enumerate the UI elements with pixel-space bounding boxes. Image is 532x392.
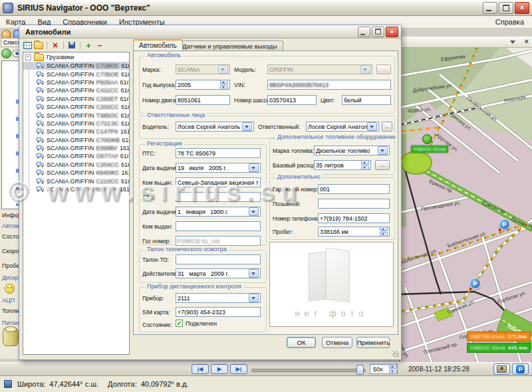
sim-input[interactable]: +7(903) 454-2323 xyxy=(176,307,261,317)
speed-spinner[interactable]: 50x xyxy=(370,364,398,374)
engine-input[interactable]: 8051061 xyxy=(176,95,230,105)
issued-by2-input[interactable] xyxy=(176,221,261,231)
responsible-combo[interactable]: Лосев Сергей Анатоль xyxy=(306,122,379,132)
garage-input[interactable]: 001 xyxy=(318,184,390,194)
no-photo-folder-icon xyxy=(326,247,350,302)
issue-date-combo[interactable]: 19 июля 2005 г. xyxy=(176,163,261,173)
vin-input[interactable]: 9BSP4X20003570413 xyxy=(267,80,391,90)
menu-help[interactable]: Справка xyxy=(487,17,532,27)
skip-start-button[interactable]: |◀ xyxy=(192,364,209,374)
cancel-button[interactable]: Отмена xyxy=(322,337,352,348)
device-combo[interactable]: 2111 xyxy=(176,293,261,303)
truck-icon xyxy=(36,152,45,160)
truck-icon xyxy=(36,70,45,78)
brand-more-button[interactable]: ... xyxy=(376,64,391,74)
fuel-more-button[interactable]: ... xyxy=(375,160,390,170)
parking-toggle-button[interactable]: P xyxy=(512,363,529,375)
tab-vehicle[interactable]: Автомобиль xyxy=(133,39,183,50)
dialog-close-button[interactable]: × xyxy=(386,27,398,37)
minimize-button[interactable] xyxy=(483,2,497,14)
speed-spin-arrows[interactable] xyxy=(389,364,397,374)
tree-item[interactable]: SCANIA GRIFFIN С729ОС 61rus xyxy=(23,62,129,70)
sts-input[interactable] xyxy=(176,192,261,202)
dialog-title: Автомобили xyxy=(25,28,356,36)
tree-root-row[interactable]: − Грузовики xyxy=(23,52,129,62)
tree-item[interactable]: SCANIA GRIFFIN С204СС 61rus xyxy=(23,161,129,169)
tree-item[interactable]: SCANIA GRIFFIN С735ОЕ 61rus xyxy=(23,70,129,78)
parking-marker-icon[interactable]: P xyxy=(469,278,481,289)
delete-button[interactable]: ✕ xyxy=(51,41,60,50)
apply-button[interactable]: Применить xyxy=(356,337,390,348)
vehicle-marker-icon[interactable] xyxy=(422,134,432,144)
vehicle-group-title: Автомобиль xyxy=(145,52,183,58)
mileage-spinner[interactable]: 338166 км xyxy=(318,227,390,237)
tree-item[interactable]: SCANIA GRIFFIN Р925АА 61rus xyxy=(23,78,129,86)
table-settings-button[interactable] xyxy=(23,41,32,50)
tree-item[interactable]: SCANIA GRIFFIN С411СС 61rus xyxy=(23,86,129,94)
timeline-slider-track[interactable] xyxy=(251,369,366,372)
play-button[interactable]: ▶ xyxy=(211,364,228,374)
tree-item[interactable]: SCANIA GRIFFIN С202СС 61rus xyxy=(23,103,129,111)
model-combo: GRIFFIN xyxy=(267,64,372,74)
parking-marker-icon[interactable]: P xyxy=(499,219,510,230)
vehicle-plate-badge: Х982ОС 61rus xyxy=(411,146,448,153)
no-photo-text: нет фото xyxy=(270,308,393,318)
snapshot-button[interactable] xyxy=(493,363,510,375)
chassis-input[interactable]: 03570413 xyxy=(267,95,317,105)
dialog-minimize-button[interactable] xyxy=(358,27,370,37)
color-label: Цвет: xyxy=(321,97,334,104)
extra-group: Дополнительно Гаражный номер: 001 Позывн… xyxy=(269,177,395,240)
close-button[interactable]: × xyxy=(515,2,529,14)
map-close-icon[interactable]: × xyxy=(525,37,529,45)
fuel-group-title: Дополнительное топливное оборудование xyxy=(275,134,398,140)
fuel-brand-combo[interactable]: Дизельное топливо xyxy=(314,146,390,155)
add-group-button[interactable] xyxy=(34,41,43,50)
ok-button[interactable]: ОК xyxy=(287,337,316,348)
driver-combo[interactable]: Лосев Сергей Анатоль xyxy=(176,122,254,132)
issued-by-label: Кем выдан: xyxy=(142,179,172,186)
dialog-maximize-button[interactable] xyxy=(372,27,384,37)
save-button[interactable] xyxy=(67,41,76,50)
sts-label: СТС: xyxy=(142,194,156,201)
map-canvas[interactable]: ЕфремоваДобролюбова ул.Щорса ул.Октябрьс… xyxy=(400,48,532,362)
tree-item[interactable]: SCANIA GRIFFIN С265ЕТ 61rus xyxy=(23,95,129,103)
restore-button[interactable] xyxy=(499,2,513,14)
tree-item[interactable]: SCANIA GRIFFIN С210СС 61rus xyxy=(23,177,129,185)
timeline-slider-thumb[interactable] xyxy=(356,365,364,375)
resize-grip[interactable] xyxy=(392,351,399,357)
phone-input[interactable]: +7(919) 784-1502 xyxy=(318,213,390,223)
tree-item[interactable]: SCANIA GRIFFIN С721ЭС 61rus xyxy=(23,120,129,128)
year-spinner[interactable]: 2005 xyxy=(176,80,230,90)
tree-item[interactable]: SCANIA GRIFFIN С147РХ 161rus xyxy=(23,128,129,136)
issued-by-input[interactable]: Северо-Западная акцизная т xyxy=(176,177,261,187)
tree-item[interactable]: SCANIA GRIFFIN Т385ОС 61rus xyxy=(23,111,129,119)
status-bar: Широта: 47,42644° с.ш. Долгота: 40,09792… xyxy=(0,375,532,392)
tree-item[interactable]: SCANIA GRIFFIN К547ЭХ 161rus xyxy=(23,185,129,193)
remove-vehicle-button[interactable]: − xyxy=(95,41,104,50)
plate-input[interactable]: Р288СВ 61_rus xyxy=(176,236,261,246)
truck-icon xyxy=(36,169,45,177)
add-vehicle-button[interactable]: + xyxy=(84,41,93,50)
collapse-icon[interactable]: − xyxy=(25,54,31,60)
skip-end-button[interactable]: ▶| xyxy=(230,364,247,374)
color-input[interactable]: белый xyxy=(342,95,391,105)
registration-group-title: Регистрация xyxy=(145,140,184,147)
fuel-rate-spinner[interactable]: 35 литров xyxy=(314,160,371,170)
map-dropdown-icon[interactable] xyxy=(510,41,515,44)
parking-icon: P xyxy=(516,365,525,373)
chassis-label: Номер шасси: xyxy=(234,97,271,104)
issue-date2-combo[interactable]: 1 января 1900 г. xyxy=(176,207,261,217)
persons-more-button[interactable]: ... xyxy=(382,122,392,132)
pts-input[interactable]: 78 ТС 850679 xyxy=(176,148,261,158)
callsign-input[interactable] xyxy=(318,199,390,209)
globe-icon[interactable] xyxy=(1,49,11,58)
valid-until-combo[interactable]: 31 марта 2009 г. xyxy=(176,268,261,278)
tree-item[interactable]: SCANIA GRIFFIN О577АУ 61rus xyxy=(23,152,129,160)
connected-checkbox[interactable]: ✓ xyxy=(176,320,183,327)
tree-item[interactable]: SCANIA GRIFFIN С700ЖВ 61rus xyxy=(23,136,129,144)
tab-sensors[interactable]: Датчики и управляемые выходы xyxy=(176,41,283,50)
inspection-group-title: Талон технического осмотра xyxy=(145,246,229,252)
tree-item[interactable]: SCANIA GRIFFIN Е068ВУ 161rus xyxy=(23,144,129,152)
ticket-input[interactable] xyxy=(176,254,261,264)
tree-item[interactable]: SCANIA GRIFFIN К940ЖС 161rus xyxy=(23,169,129,177)
